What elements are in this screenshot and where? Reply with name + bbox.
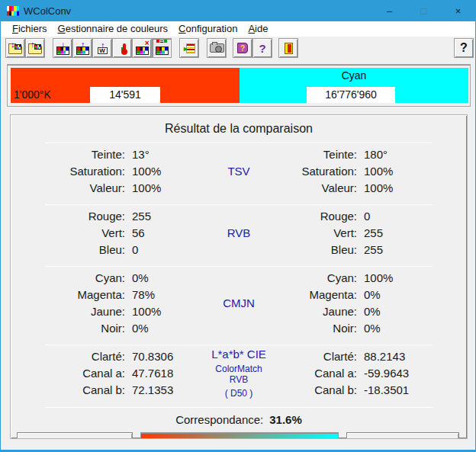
- value-row: Bleu:0: [46, 241, 206, 258]
- camera-icon: [210, 43, 224, 53]
- value-label: Jaune:: [46, 305, 125, 318]
- value-row: Valeur:100%: [272, 179, 432, 196]
- minimize-button[interactable]: –: [372, 0, 407, 21]
- screen-capture-button[interactable]: [207, 38, 227, 58]
- value-text: 100%: [364, 165, 393, 178]
- bottom-row: Autre comparaison Quitter gestionnaire: [11, 431, 467, 439]
- value-label: Noir:: [272, 322, 357, 335]
- color-space-label: CMJN: [206, 269, 272, 336]
- color-temperature-button[interactable]: [112, 38, 132, 58]
- thermometer-icon: [118, 43, 126, 53]
- value-text: 255: [132, 210, 151, 223]
- palette-icon: [14, 44, 21, 50]
- app-window: WColConv – □ × FichiersGestionnaire de c…: [0, 0, 476, 452]
- value-row: Teinte:180°: [272, 146, 432, 162]
- value-row: Rouge:0: [272, 207, 432, 224]
- right-swatch-value[interactable]: 16'776'960: [307, 87, 395, 103]
- value-label: Vert:: [272, 226, 357, 239]
- close-button[interactable]: ×: [441, 0, 475, 21]
- exit-button[interactable]: [278, 38, 298, 58]
- value-label: Saturation:: [272, 165, 357, 178]
- value-row: Noir:0%: [272, 319, 432, 336]
- value-text: 0%: [364, 288, 381, 301]
- help-book-icon: ?: [237, 43, 248, 53]
- question-mark-icon: ?: [259, 42, 265, 55]
- value-row: Jaune:100%: [46, 303, 206, 319]
- value-text: 0%: [364, 305, 381, 318]
- comparison-result-panel: Résultat de la comparaison Teinte:13°Sat…: [10, 114, 468, 439]
- color-space-label: RVB: [206, 207, 272, 258]
- value-row: Jaune:0%: [272, 303, 432, 319]
- value-text: -18.3501: [364, 383, 409, 396]
- comparison-section-rvb: Rouge:255Vert:56Bleu:0RVBRouge:0Vert:255…: [11, 205, 467, 259]
- value-label: Teinte:: [46, 148, 125, 161]
- value-row: Valeur:100%: [46, 179, 206, 196]
- left-color-swatch[interactable]: 1'000°K 14'591: [11, 68, 240, 103]
- value-label: Canal a:: [272, 367, 357, 380]
- menu-item-fichiers[interactable]: Fichiers: [7, 21, 53, 37]
- toolbar: ↓ ↑ ↓ ↑ ↑W × = ► ?: [1, 37, 475, 59]
- x-icon: ×: [145, 39, 150, 47]
- palette-x-icon: ×: [136, 42, 149, 55]
- arrow-up-icon: ↑: [81, 40, 85, 48]
- equals-icon: =: [156, 38, 169, 45]
- value-label: Bleu:: [272, 243, 357, 256]
- compare-colors-button[interactable]: =: [152, 38, 172, 58]
- value-label: Teinte:: [272, 148, 357, 161]
- menu-item-gestionnaire[interactable]: Gestionnaire de couleurs: [53, 21, 174, 37]
- correspondence-value: 31.6%: [269, 413, 302, 426]
- maximize-button[interactable]: □: [407, 0, 441, 21]
- panel-title: Résultat de la comparaison: [11, 122, 467, 136]
- windows-palette-button[interactable]: ↑W: [92, 38, 112, 58]
- menu-item-aide[interactable]: Aide: [243, 21, 273, 37]
- palette-export-button[interactable]: ↑: [72, 38, 92, 58]
- palette-icon: [34, 44, 41, 50]
- window-title: WColConv: [24, 5, 71, 17]
- value-row: Saturation:100%: [46, 162, 206, 179]
- other-comparison-button[interactable]: Autre comparaison: [17, 432, 133, 440]
- value-text: 180°: [364, 148, 388, 161]
- menu-bar: FichiersGestionnaire de couleursConfigur…: [1, 21, 475, 37]
- value-label: Bleu:: [46, 243, 125, 256]
- value-text: 88.2143: [364, 350, 405, 363]
- app-icon: [7, 6, 19, 16]
- color-gradient-bar: [140, 432, 339, 440]
- value-text: 47.7618: [132, 367, 173, 380]
- value-label: Rouge:: [46, 210, 125, 223]
- context-help-button[interactable]: ?: [454, 38, 474, 58]
- color-space-label: L*a*b* CIEColorMatch RVB( D50 ): [206, 348, 272, 399]
- value-text: 0%: [132, 271, 149, 284]
- about-button[interactable]: ?: [252, 38, 272, 58]
- comparison-section-cmjn: Cyan:0%Magenta:78%Jaune:100%Noir:0%CMJNC…: [11, 267, 467, 338]
- palette-up-icon: ↑: [76, 42, 89, 55]
- right-color-swatch[interactable]: Cyan 16'776'960: [240, 68, 468, 103]
- value-label: Noir:: [46, 322, 125, 335]
- delete-color-button[interactable]: ×: [132, 38, 152, 58]
- value-row: Magenta:0%: [272, 286, 432, 303]
- value-row: Canal a:47.7618: [46, 364, 206, 381]
- value-row: Canal b:-18.3501: [272, 381, 432, 398]
- quit-manager-button[interactable]: Quitter gestionnaire: [346, 432, 459, 440]
- value-text: 0: [132, 243, 138, 256]
- value-label: Clarté:: [46, 350, 125, 363]
- open-color-file-button[interactable]: ↓: [5, 38, 25, 58]
- value-row: Cyan:100%: [272, 269, 432, 286]
- value-row: Clarté:70.8306: [46, 348, 206, 364]
- value-row: Cyan:0%: [46, 269, 206, 286]
- value-row: Bleu:255: [272, 241, 432, 258]
- menu-item-configuration[interactable]: Configuration: [173, 21, 243, 37]
- value-text: 255: [364, 226, 383, 239]
- value-text: 56: [132, 226, 145, 239]
- help-book-button[interactable]: ?: [233, 38, 252, 58]
- correspondence-line: Correspondance:31.6%: [11, 413, 467, 426]
- value-label: Magenta:: [46, 288, 125, 301]
- w-palette-icon: ↑W: [98, 43, 108, 54]
- value-label: Cyan:: [272, 271, 357, 284]
- value-row: Clarté:88.2143: [272, 348, 432, 364]
- value-text: 100%: [364, 181, 393, 194]
- save-color-file-button[interactable]: ↑: [25, 38, 45, 58]
- help-icon: ?: [460, 41, 468, 55]
- left-swatch-value[interactable]: 14'591: [90, 87, 160, 103]
- color-list-button[interactable]: ►: [179, 38, 199, 58]
- palette-import-button[interactable]: ↓: [53, 38, 72, 58]
